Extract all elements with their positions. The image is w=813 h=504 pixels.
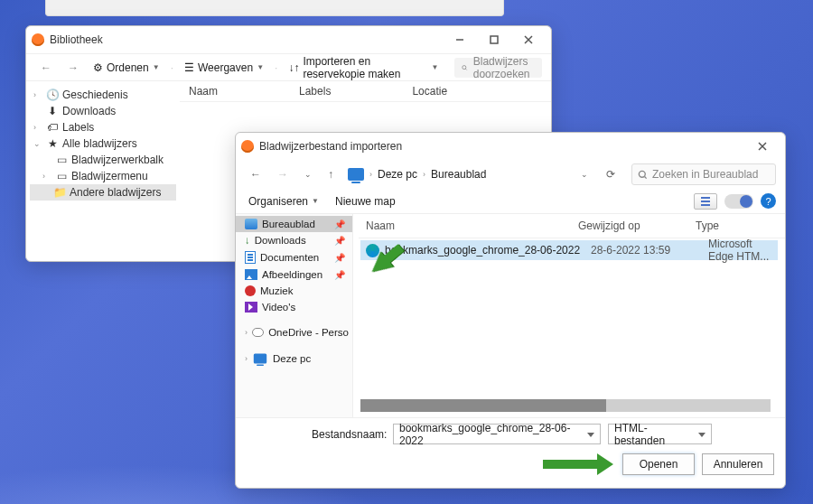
file-columns[interactable]: Naam Gewijzigd op Type [359, 214, 785, 238]
column-labels[interactable]: Labels [299, 85, 331, 98]
chevron-down-icon: ▼ [312, 197, 319, 205]
crumb-thispc[interactable]: Deze pc [378, 168, 417, 181]
views-button[interactable]: ☰ Weergaven ▼ [181, 60, 267, 76]
thispc-icon [254, 353, 266, 363]
breadcrumb-dropdown[interactable]: ⌄ [574, 166, 595, 182]
pin-icon: 📌 [334, 219, 345, 229]
picture-icon [245, 269, 257, 280]
file-date: 28-6-2022 13:59 [591, 244, 708, 257]
tree-bookmarks-toolbar[interactable]: ▭Bladwijzerwerkbalk [30, 152, 176, 168]
tree-videos[interactable]: Video's [236, 299, 352, 315]
forward-button[interactable]: → [62, 60, 84, 76]
filename-combobox[interactable]: bookmarks_google_chrome_28-06-2022 [393, 424, 601, 444]
tree-documents[interactable]: Documenten📌 [236, 248, 352, 266]
gear-icon: ⚙ [93, 61, 103, 74]
column-location[interactable]: Locatie [412, 85, 447, 98]
file-name: bookmarks_google_chrome_28-06-2022 [385, 244, 591, 257]
tag-icon: 🏷 [46, 121, 59, 134]
column-modified[interactable]: Gewijzigd op [578, 219, 696, 232]
folder-search-input[interactable]: Zoeken in Bureaublad [631, 163, 776, 185]
import-dialog: Bladwijzerbestand importeren ← → ⌄ ↑ › D… [235, 132, 786, 489]
import-export-icon: ↓↑ [288, 61, 299, 74]
breadcrumb[interactable]: › Deze pc › Bureaublad [348, 168, 486, 181]
column-name[interactable]: Naam [366, 219, 578, 232]
tree-downloads[interactable]: ⬇Downloads [30, 103, 176, 119]
tree-all-bookmarks[interactable]: ⌄★Alle bladwijzers [30, 135, 176, 152]
library-title: Bibliotheek [50, 33, 103, 46]
download-icon: ⬇ [46, 105, 59, 117]
cloud-icon [252, 328, 264, 337]
refresh-button[interactable]: ⟳ [601, 166, 621, 182]
dialog-titlebar[interactable]: Bladwijzerbestand importeren [236, 133, 785, 160]
preview-toggle[interactable] [724, 194, 753, 209]
back-button[interactable]: ← [35, 60, 57, 76]
clock-icon: 🕓 [46, 89, 59, 101]
background-window-fragment [45, 0, 504, 16]
download-icon: ↓ [245, 235, 250, 246]
library-tree: ›🕓Geschiedenis ⬇Downloads ›🏷Labels ⌄★All… [26, 81, 180, 261]
document-icon [245, 251, 256, 264]
dialog-footer: Bestandsnaam: bookmarks_google_chrome_28… [236, 417, 785, 488]
bookmark-search-input[interactable]: Bladwijzers doorzoeken [454, 58, 542, 78]
cancel-button[interactable]: Annuleren [702, 453, 774, 475]
maximize-button[interactable] [477, 27, 511, 52]
svg-point-1 [463, 65, 466, 69]
filename-label: Bestandsnaam: [312, 428, 386, 441]
close-button[interactable] [511, 27, 546, 52]
firefox-icon [32, 33, 44, 46]
file-type: Microsoft Edge HTM... [708, 238, 772, 263]
video-icon [245, 302, 257, 313]
import-backup-button[interactable]: ↓↑ Importeren en reservekopie maken ▼ [285, 53, 442, 82]
annotation-arrow-open [543, 453, 613, 475]
tree-bookmarks-menu[interactable]: ›▭Bladwijzermenu [30, 168, 176, 184]
tree-onedrive[interactable]: ›OneDrive - Perso [236, 324, 352, 341]
crumb-desktop[interactable]: Bureaublad [431, 168, 486, 181]
back-button[interactable]: ← [245, 166, 266, 182]
view-mode-button[interactable] [694, 193, 717, 210]
organize-button[interactable]: ⚙ Ordenen ▼ [89, 60, 164, 76]
organize-button[interactable]: Organiseren▼ [245, 193, 322, 210]
library-toolbar: ← → ⚙ Ordenen ▼ · ☰ Weergaven ▼ · ↓↑ Imp… [26, 53, 551, 80]
tree-music[interactable]: Muziek [236, 283, 352, 299]
tree-desktop[interactable]: Bureaublad📌 [236, 216, 352, 232]
chevron-down-icon: ▼ [257, 63, 264, 71]
svg-point-2 [639, 171, 645, 177]
list-icon: ☰ [184, 61, 194, 74]
pin-icon: 📌 [334, 236, 345, 246]
library-titlebar[interactable]: Bibliotheek [26, 26, 551, 53]
pin-icon: 📌 [334, 253, 345, 263]
star-icon: ★ [46, 137, 59, 150]
firefox-icon [241, 140, 254, 153]
tree-other-bookmarks[interactable]: 📁Andere bladwijzers [30, 184, 176, 201]
chevron-down-icon: ▼ [153, 63, 160, 71]
folder-icon [245, 219, 257, 229]
chevron-down-icon: ▼ [431, 63, 438, 71]
tree-pictures[interactable]: Afbeeldingen📌 [236, 266, 352, 283]
tree-thispc[interactable]: ›Deze pc [236, 350, 352, 368]
help-button[interactable]: ? [761, 193, 776, 209]
folder-icon: ▭ [55, 170, 68, 182]
tree-downloads[interactable]: ↓Downloads📌 [236, 232, 352, 248]
pin-icon: 📌 [334, 270, 345, 280]
library-columns[interactable]: Naam Labels Locatie [180, 81, 551, 102]
chevron-right-icon: › [369, 170, 372, 179]
open-button[interactable]: Openen [622, 453, 695, 475]
music-icon [245, 285, 256, 296]
tree-labels[interactable]: ›🏷Labels [30, 119, 176, 135]
forward-button[interactable]: → [272, 166, 294, 182]
column-type[interactable]: Type [696, 219, 778, 232]
svg-rect-0 [491, 36, 498, 43]
file-row[interactable]: bookmarks_google_chrome_28-06-2022 28-6-… [360, 240, 778, 260]
minimize-button[interactable] [443, 27, 477, 52]
filetype-combobox[interactable]: HTML-bestanden [608, 424, 712, 444]
chevron-right-icon: › [423, 170, 425, 179]
dialog-title: Bladwijzerbestand importeren [259, 140, 402, 153]
recent-chevron-icon[interactable]: ⌄ [299, 168, 317, 181]
horizontal-scrollbar[interactable] [360, 399, 771, 412]
tree-history[interactable]: ›🕓Geschiedenis [30, 87, 176, 103]
close-button[interactable] [745, 134, 780, 159]
column-name[interactable]: Naam [189, 85, 218, 98]
folder-icon: 📁 [53, 186, 66, 199]
new-folder-button[interactable]: Nieuwe map [335, 195, 396, 208]
up-button[interactable]: ↑ [322, 166, 339, 182]
